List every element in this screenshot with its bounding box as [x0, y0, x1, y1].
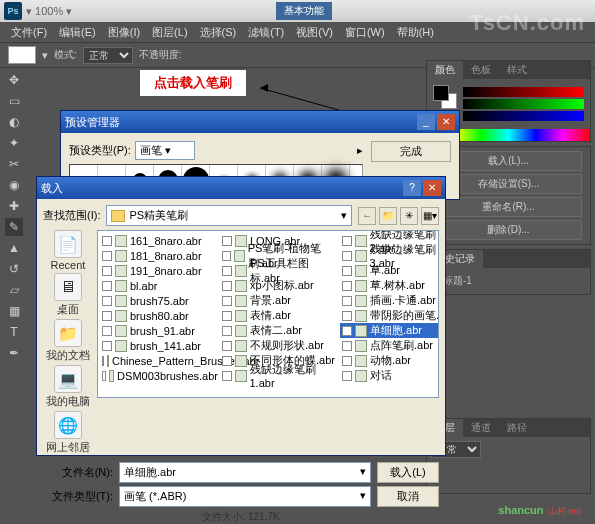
close-icon[interactable]: ✕: [437, 114, 455, 130]
checkbox-icon[interactable]: [222, 311, 232, 321]
checkbox-icon[interactable]: [342, 356, 352, 366]
file-item[interactable]: bl.abr: [100, 278, 220, 293]
place-computer[interactable]: 💻我的电脑: [46, 365, 90, 409]
file-item[interactable]: 表情.abr: [220, 308, 340, 323]
heal-tool[interactable]: ✚: [4, 196, 24, 216]
checkbox-icon[interactable]: [342, 281, 352, 291]
checkbox-icon[interactable]: [102, 266, 112, 276]
file-item[interactable]: 插画.卡通.abr: [340, 293, 439, 308]
menu-filter[interactable]: 滤镜(T): [243, 23, 289, 42]
file-item[interactable]: PS工具栏图标.abr: [220, 263, 340, 278]
g-slider[interactable]: [463, 99, 584, 109]
checkbox-icon[interactable]: [102, 251, 112, 261]
crop-tool[interactable]: ✂: [4, 154, 24, 174]
tab-color[interactable]: 颜色: [427, 61, 463, 79]
eyedropper-tool[interactable]: ◉: [4, 175, 24, 195]
menu-image[interactable]: 图像(I): [103, 23, 145, 42]
checkbox-icon[interactable]: [222, 341, 232, 351]
place-network[interactable]: 🌐网上邻居: [46, 411, 90, 455]
delete-button[interactable]: 删除(D)...: [435, 220, 582, 240]
file-item[interactable]: 背景.abr: [220, 293, 340, 308]
checkbox-icon[interactable]: [222, 326, 232, 336]
checkbox-icon[interactable]: [222, 371, 232, 381]
marquee-tool[interactable]: ▭: [4, 91, 24, 111]
flyout-icon[interactable]: ▸: [357, 144, 363, 157]
pen-tool[interactable]: ✒: [4, 343, 24, 363]
file-item[interactable]: 动物.abr: [340, 353, 439, 368]
workspace-tab[interactable]: 基本功能: [276, 2, 332, 20]
r-slider[interactable]: [463, 87, 584, 97]
checkbox-icon[interactable]: [102, 371, 106, 381]
file-item[interactable]: 191_8naro.abr: [100, 263, 220, 278]
file-item[interactable]: 草.abr: [340, 263, 439, 278]
close-icon[interactable]: ✕: [423, 180, 441, 196]
menu-help[interactable]: 帮助(H): [392, 23, 439, 42]
file-item[interactable]: Chinese_Pattern_Brushes.abr: [100, 353, 220, 368]
file-item[interactable]: 表情二.abr: [220, 323, 340, 338]
checkbox-icon[interactable]: [222, 251, 231, 261]
up-icon[interactable]: 📁: [379, 207, 397, 225]
file-item[interactable]: 草.树林.abr: [340, 278, 439, 293]
checkbox-icon[interactable]: [342, 251, 352, 261]
cancel-button[interactable]: 取消: [377, 486, 439, 507]
checkbox-icon[interactable]: [102, 356, 104, 366]
checkbox-icon[interactable]: [102, 296, 112, 306]
help-icon[interactable]: ?: [403, 180, 421, 196]
preset-type-select[interactable]: 画笔 ▾: [135, 141, 195, 160]
type-tool[interactable]: T: [4, 322, 24, 342]
checkbox-icon[interactable]: [222, 356, 232, 366]
file-list[interactable]: 161_8naro.abr181_8naro.abr191_8naro.abrb…: [97, 230, 439, 398]
file-item[interactable]: 点阵笔刷.abr: [340, 338, 439, 353]
file-item[interactable]: 181_8naro.abr: [100, 248, 220, 263]
look-in-select[interactable]: PS精美笔刷 ▾: [106, 205, 352, 226]
file-item[interactable]: 单细胞.abr: [340, 323, 439, 338]
checkbox-icon[interactable]: [342, 341, 352, 351]
checkbox-icon[interactable]: [102, 281, 112, 291]
file-item[interactable]: DSM003brushes.abr: [100, 368, 220, 383]
menu-select[interactable]: 选择(S): [195, 23, 242, 42]
back-icon[interactable]: ←: [358, 207, 376, 225]
view-icon[interactable]: ▦▾: [421, 207, 439, 225]
checkbox-icon[interactable]: [102, 236, 112, 246]
load-confirm-button[interactable]: 载入(L): [377, 462, 439, 483]
b-slider[interactable]: [463, 111, 584, 121]
checkbox-icon[interactable]: [102, 311, 112, 321]
checkbox-icon[interactable]: [342, 311, 352, 321]
checkbox-icon[interactable]: [342, 296, 352, 306]
checkbox-icon[interactable]: [102, 341, 112, 351]
checkbox-icon[interactable]: [342, 371, 352, 381]
eraser-tool[interactable]: ▱: [4, 280, 24, 300]
menu-file[interactable]: 文件(F): [6, 23, 52, 42]
filename-input[interactable]: 单细胞.abr▾: [119, 462, 371, 483]
menu-window[interactable]: 窗口(W): [340, 23, 390, 42]
new-folder-icon[interactable]: ✳: [400, 207, 418, 225]
place-desktop[interactable]: 🖥桌面: [46, 273, 90, 317]
checkbox-icon[interactable]: [222, 236, 232, 246]
gradient-tool[interactable]: ▦: [4, 301, 24, 321]
checkbox-icon[interactable]: [342, 266, 352, 276]
file-item[interactable]: 带阴影的画笔.abr: [340, 308, 439, 323]
file-item[interactable]: xp小图标.abr: [220, 278, 340, 293]
history-brush-tool[interactable]: ↺: [4, 259, 24, 279]
tab-swatches[interactable]: 色板: [463, 61, 499, 79]
tab-styles[interactable]: 样式: [499, 61, 535, 79]
lasso-tool[interactable]: ◐: [4, 112, 24, 132]
file-item[interactable]: brush_91.abr: [100, 323, 220, 338]
checkbox-icon[interactable]: [222, 266, 232, 276]
checkbox-icon[interactable]: [102, 326, 112, 336]
file-item[interactable]: 对话: [340, 368, 439, 383]
file-item[interactable]: brush_141.abr: [100, 338, 220, 353]
tab-channels[interactable]: 通道: [463, 419, 499, 437]
file-item[interactable]: brush75.abr: [100, 293, 220, 308]
place-documents[interactable]: 📁我的文档: [46, 319, 90, 363]
file-item[interactable]: 残缺边缘笔刷3.abr: [340, 248, 439, 263]
menu-edit[interactable]: 编辑(E): [54, 23, 101, 42]
fg-bg-swatch[interactable]: [433, 85, 457, 109]
mode-select[interactable]: 正常: [83, 47, 133, 64]
place-recent[interactable]: 📄Recent: [46, 230, 90, 271]
checkbox-icon[interactable]: [222, 281, 232, 291]
file-item[interactable]: 161_8naro.abr: [100, 233, 220, 248]
history-item[interactable]: 未标题-1: [427, 268, 590, 294]
checkbox-icon[interactable]: [342, 236, 352, 246]
menu-view[interactable]: 视图(V): [291, 23, 338, 42]
